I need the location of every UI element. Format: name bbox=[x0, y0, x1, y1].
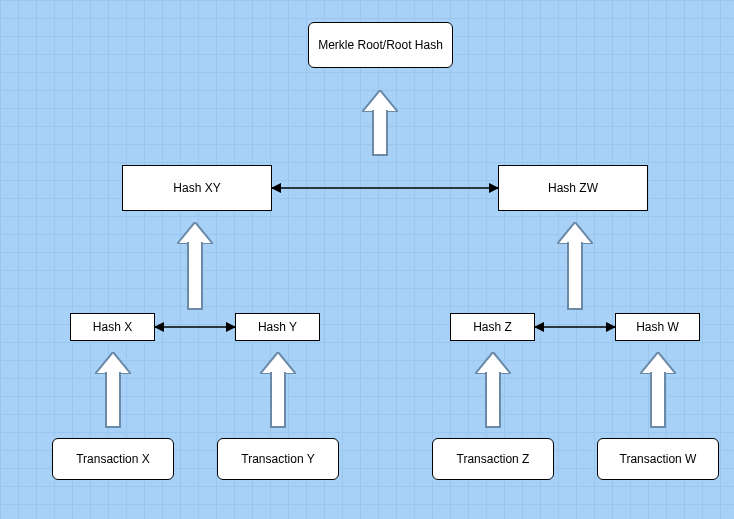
arrow-txw-up bbox=[640, 352, 676, 428]
node-hash-xy-label: Hash XY bbox=[173, 181, 220, 196]
node-tx-z-label: Transaction Z bbox=[457, 452, 530, 467]
svg-marker-7 bbox=[260, 352, 296, 374]
node-tx-w: Transaction W bbox=[597, 438, 719, 480]
node-hash-y: Hash Y bbox=[235, 313, 320, 341]
svg-marker-4 bbox=[177, 222, 213, 244]
svg-marker-9 bbox=[640, 352, 676, 374]
arrow-zw-up bbox=[557, 222, 593, 310]
node-tx-w-label: Transaction W bbox=[620, 452, 697, 467]
node-hash-x: Hash X bbox=[70, 313, 155, 341]
node-hash-zw-label: Hash ZW bbox=[548, 181, 598, 196]
svg-marker-8 bbox=[475, 352, 511, 374]
arrow-txy-up bbox=[260, 352, 296, 428]
node-hash-z: Hash Z bbox=[450, 313, 535, 341]
node-hash-w-label: Hash W bbox=[636, 320, 679, 335]
arrow-xy-up bbox=[177, 222, 213, 310]
node-hash-x-label: Hash X bbox=[93, 320, 132, 335]
node-tx-x-label: Transaction X bbox=[76, 452, 150, 467]
node-tx-x: Transaction X bbox=[52, 438, 174, 480]
arrow-txz-up bbox=[475, 352, 511, 428]
svg-marker-6 bbox=[95, 352, 131, 374]
diagram-canvas: Merkle Root/Root Hash Hash XY Hash ZW Ha… bbox=[0, 0, 734, 519]
arrow-mid-to-root bbox=[362, 90, 398, 156]
node-hash-zw: Hash ZW bbox=[498, 165, 648, 211]
node-root-label: Merkle Root/Root Hash bbox=[318, 38, 443, 53]
svg-marker-3 bbox=[362, 90, 398, 112]
node-tx-y-label: Transaction Y bbox=[241, 452, 314, 467]
node-hash-w: Hash W bbox=[615, 313, 700, 341]
node-tx-z: Transaction Z bbox=[432, 438, 554, 480]
node-hash-xy: Hash XY bbox=[122, 165, 272, 211]
svg-marker-5 bbox=[557, 222, 593, 244]
node-hash-z-label: Hash Z bbox=[473, 320, 512, 335]
arrow-txx-up bbox=[95, 352, 131, 428]
node-root: Merkle Root/Root Hash bbox=[308, 22, 453, 68]
node-hash-y-label: Hash Y bbox=[258, 320, 297, 335]
node-tx-y: Transaction Y bbox=[217, 438, 339, 480]
